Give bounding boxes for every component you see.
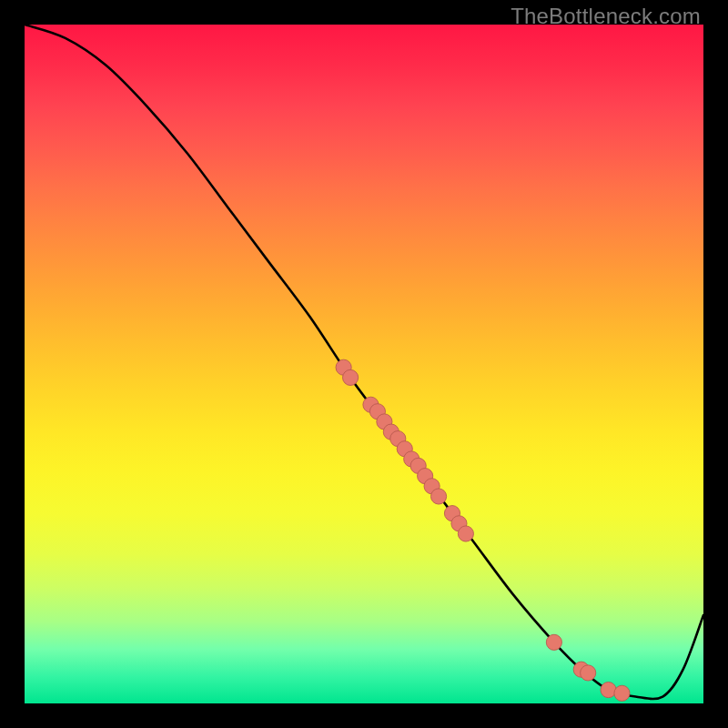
data-point [581,665,596,681]
data-point [614,685,630,701]
data-point [601,682,616,698]
data-point [546,634,561,650]
data-point [343,369,359,385]
attribution-text: TheBottleneck.com [511,4,701,29]
plot-area [25,25,703,703]
chart-stage: TheBottleneck.com [0,0,728,728]
scatter-points [336,359,630,701]
data-point [458,526,473,541]
data-point [430,489,446,504]
bottleneck-curve [25,25,703,699]
chart-svg [25,25,703,703]
